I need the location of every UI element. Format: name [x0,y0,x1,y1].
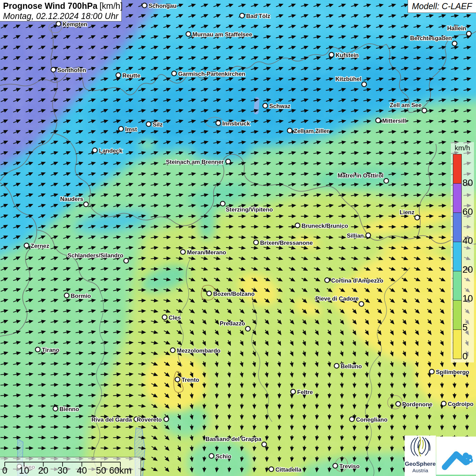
city-label: Steinach am Brenner [166,159,224,165]
city-label: Mittersill [382,118,406,124]
city-label: Sonthofen [57,67,86,73]
map-city: Zell am Ziller [287,128,329,134]
map-city: Imst [119,126,137,133]
city-label: Hallein [447,25,466,32]
city-label: Meran/Merano [187,249,226,256]
legend-tick-label: 10 [462,294,476,303]
city-label: Bormio [71,293,91,299]
legend-tick-label: 80 [462,178,476,188]
legend-band [453,300,462,330]
city-marker [441,401,446,406]
city-label: Codroipo [448,401,474,407]
map-city: Silz [146,121,163,128]
city-marker [170,348,175,353]
city-marker [291,389,295,394]
legend-color-bar [453,154,462,359]
city-label: Matrei in Osttirol [338,172,384,179]
city-marker [350,417,354,422]
map-city: Brixen/Bressanone [254,240,313,246]
city-label: Zernez [31,243,49,249]
city-label: Bassano del Grappa [206,436,262,442]
city-marker [376,118,380,123]
partner-logo-box [436,437,476,475]
city-marker [334,363,339,368]
city-label: Kufstein [336,52,359,58]
city-label: Bad Tölz [246,13,270,19]
city-marker [116,73,121,78]
city-label: Landeck [99,148,123,154]
city-marker [333,463,338,468]
city-marker [262,442,267,447]
city-marker [359,302,364,306]
city-marker [415,215,420,220]
geosphere-logo-icon [405,436,436,460]
legend-band [453,242,462,271]
map-city: Meran/Merano [181,249,226,256]
map-city: Steinach am Brenner [166,159,231,165]
city-marker [429,369,434,374]
scale-bar-label: 10 [19,465,29,476]
wind-map: SchongauBad TölzKemptenMurnau am Staffel… [0,0,476,476]
legend-band [453,154,462,184]
city-marker [366,233,371,238]
geosphere-logo-line1: GeoSphere [405,461,436,468]
city-marker [226,159,231,164]
city-label: Reutte [122,72,140,79]
city-marker [164,417,169,422]
cloud-curl-detail [469,459,471,461]
city-label: Rovereto [137,417,162,423]
city-marker [396,402,401,406]
city-marker [186,32,191,36]
city-label: Zell am See [390,102,422,108]
geosphere-logo-line2: Austria [405,468,436,473]
city-marker [142,3,147,8]
city-marker [172,71,176,76]
city-marker [325,278,329,283]
city-label: Lienz [400,209,414,216]
legend-band [453,183,462,213]
city-label: Pordenone [402,401,432,408]
legend-tick-label: 40 [462,236,476,245]
scale-bar: 0102030405060km [0,457,141,476]
city-label: Schio [216,453,231,460]
map-city: Cles [162,314,181,321]
city-label: Nauders [60,196,83,202]
city-label: Schwaz [269,103,290,109]
city-marker [175,377,180,382]
city-marker [216,121,221,125]
city-marker [24,243,29,248]
city-marker [124,258,129,263]
legend-tick-label: 0 [462,352,476,361]
city-label: Spilimbergo [436,369,469,375]
city-marker [181,250,185,254]
city-marker [245,326,250,331]
city-marker [220,201,225,206]
map-city: Murnau am Staffelsee [186,31,252,38]
city-marker [269,467,274,472]
city-marker [452,41,457,46]
city-label: Kempten [63,21,87,28]
legend-band [453,213,462,242]
city-label: Silz [153,121,163,128]
city-label: Sillian [347,233,364,239]
map-title-unit: [km/h] [100,1,123,11]
city-marker [263,103,268,108]
city-label: Schlanders/Silandro [68,252,123,259]
city-label: Feltre [297,389,313,395]
legend-tick-label: 20 [462,265,476,274]
city-marker [92,148,97,153]
legend-unit: km/h [451,144,474,152]
city-marker [362,82,367,87]
legend-band [453,329,462,359]
city-label: Trento [182,377,199,383]
city-label: Conegliano [356,417,388,423]
city-marker [53,406,58,411]
model-label: Modell: C-LAEF [408,0,476,13]
city-marker [64,293,69,298]
legend-tick-label: 5 [462,323,476,332]
city-marker [422,108,427,113]
map-city: Bozen/Bolzano [207,291,255,297]
city-label: Bruneck/Brunico [302,223,348,229]
legend-tick-label: 60 [462,207,476,217]
city-label: Cittadella [275,466,302,473]
